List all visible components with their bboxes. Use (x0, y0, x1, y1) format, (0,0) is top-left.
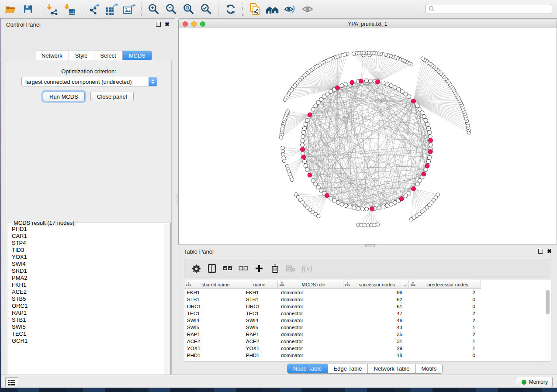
graph-hub-node[interactable] (370, 206, 374, 211)
graph-node[interactable] (314, 182, 318, 186)
graph-node[interactable] (393, 86, 397, 89)
graph-node[interactable] (429, 143, 432, 147)
export-image-icon[interactable] (121, 1, 138, 17)
graph-node[interactable] (311, 179, 315, 182)
table-row[interactable]: YOX1YOX1connector291 (184, 345, 545, 352)
select-all-icon[interactable] (223, 264, 232, 273)
tab-mcds[interactable]: MCDS (123, 51, 152, 60)
mcds-result-item[interactable]: SWI4 (9, 261, 164, 268)
graph-node[interactable] (364, 207, 368, 211)
graph-hub-node[interactable] (412, 99, 416, 103)
graph-node[interactable] (426, 159, 430, 163)
graph-node[interactable] (426, 126, 430, 130)
graph-node[interactable] (304, 122, 308, 126)
graph-node[interactable] (393, 200, 397, 204)
graph-node[interactable] (302, 126, 306, 130)
graph-hub-node[interactable] (335, 86, 339, 90)
table-row[interactable]: STB1STB1dominator620 (184, 296, 545, 303)
graph-node[interactable] (329, 196, 333, 200)
mcds-result-item[interactable]: TID3 (9, 247, 164, 254)
graph-node[interactable] (426, 122, 429, 126)
graph-hub-node[interactable] (359, 79, 363, 83)
mcds-result-item[interactable]: RAP1 (9, 309, 164, 316)
graph-node[interactable] (418, 179, 422, 182)
graph-node[interactable] (424, 118, 428, 122)
graph-hub-node[interactable] (301, 155, 306, 159)
table-row[interactable]: ORC1ORC1dominator610 (184, 303, 545, 310)
graph-satellite-node[interactable] (436, 193, 439, 196)
mcds-result-list[interactable]: PHD1CAR1STP4TID3YOX1SWI4SRD1PMA2FKH1ACE2… (9, 226, 164, 385)
graph-node[interactable] (336, 200, 340, 204)
import-table-icon[interactable] (61, 1, 79, 17)
graph-node[interactable] (385, 82, 389, 86)
table-row[interactable]: SWI4SWI4dominator462 (184, 317, 545, 324)
delete-column-trash-icon[interactable] (270, 264, 280, 273)
table-row[interactable]: TEC1TEC1connector472 (184, 310, 545, 317)
save-icon[interactable] (19, 1, 37, 17)
graph-node[interactable] (352, 206, 356, 210)
graph-node[interactable] (422, 114, 426, 118)
column-header-MCDS-role[interactable]: MCDS role (278, 280, 343, 289)
graph-hub-node[interactable] (428, 149, 432, 154)
column-header-successor-nodes[interactable]: successor nodes⌄ (343, 280, 409, 289)
graph-node[interactable] (369, 79, 373, 83)
optimization-criterion-select[interactable]: largest connected component (undirected) (21, 77, 157, 86)
column-header-predecessor-nodes[interactable]: predecessor nodes (409, 280, 481, 289)
float-table-panel-icon[interactable] (538, 249, 543, 254)
refresh-icon[interactable] (222, 1, 239, 17)
graphics-details-eye-icon[interactable] (281, 1, 299, 17)
graph-node[interactable] (428, 131, 432, 134)
function-builder-icon[interactable]: f(x) (301, 264, 312, 273)
tab-node-table[interactable]: Node Table (287, 364, 328, 373)
graph-node[interactable] (325, 92, 329, 96)
mcds-result-item[interactable]: STB1 (9, 316, 164, 323)
mcds-result-item[interactable]: ORC1 (9, 303, 164, 309)
graph-node[interactable] (305, 118, 309, 122)
graph-hub-node[interactable] (399, 196, 404, 201)
graph-satellite-node[interactable] (376, 223, 379, 226)
mcds-result-item[interactable]: FKH1 (9, 282, 164, 289)
delete-table-icon[interactable] (286, 264, 295, 273)
show-hidden-eye-icon[interactable] (299, 1, 316, 17)
table-row[interactable]: RAP1RAP1dominator352 (184, 331, 545, 338)
graph-hub-node[interactable] (429, 138, 433, 143)
graph-node[interactable] (428, 134, 432, 138)
graph-node[interactable] (301, 151, 305, 155)
graph-node[interactable] (381, 81, 385, 85)
open-file-icon[interactable] (2, 1, 19, 17)
graph-satellite-node[interactable] (290, 178, 294, 181)
graph-satellite-node[interactable] (421, 57, 424, 60)
graph-satellite-node[interactable] (282, 159, 286, 162)
mcds-result-item[interactable]: ACE2 (9, 289, 164, 296)
result-scrollbar[interactable] (164, 224, 170, 385)
column-header-name[interactable]: name (241, 280, 278, 289)
graph-node[interactable] (301, 134, 305, 138)
graph-node[interactable] (329, 89, 333, 93)
tab-style[interactable]: Style (69, 51, 94, 60)
tab-select[interactable]: Select (94, 51, 123, 60)
zoom-fit-icon[interactable] (180, 1, 197, 17)
first-neighbors-icon[interactable] (264, 1, 281, 17)
graph-node[interactable] (302, 159, 306, 163)
table-row[interactable]: SWI5SWI5connector431 (184, 324, 545, 331)
mcds-result-item[interactable]: TEC1 (9, 330, 164, 337)
tab-network[interactable]: Network (35, 51, 69, 60)
graph-node[interactable] (300, 143, 304, 147)
column-layout-icon[interactable] (207, 264, 217, 273)
graph-satellite-node[interactable] (284, 98, 287, 102)
close-panel-icon[interactable]: ✖ (165, 22, 170, 27)
network-titlebar[interactable]: YPA_prune.txt_1 (179, 20, 557, 28)
float-panel-icon[interactable] (156, 22, 161, 27)
graph-node[interactable] (311, 107, 315, 111)
graph-hub-node[interactable] (376, 79, 380, 84)
graph-node[interactable] (305, 168, 309, 172)
graph-node[interactable] (301, 131, 305, 134)
graph-satellite-node[interactable] (352, 52, 355, 55)
tab-network-table[interactable]: Network Table (368, 364, 415, 373)
graph-node[interactable] (415, 182, 419, 186)
graph-node[interactable] (385, 204, 389, 208)
graph-node[interactable] (428, 155, 432, 159)
graph-node[interactable] (418, 107, 422, 111)
graph-node[interactable] (356, 206, 360, 210)
table-row[interactable]: ACE2ACE2connector311 (184, 338, 545, 345)
